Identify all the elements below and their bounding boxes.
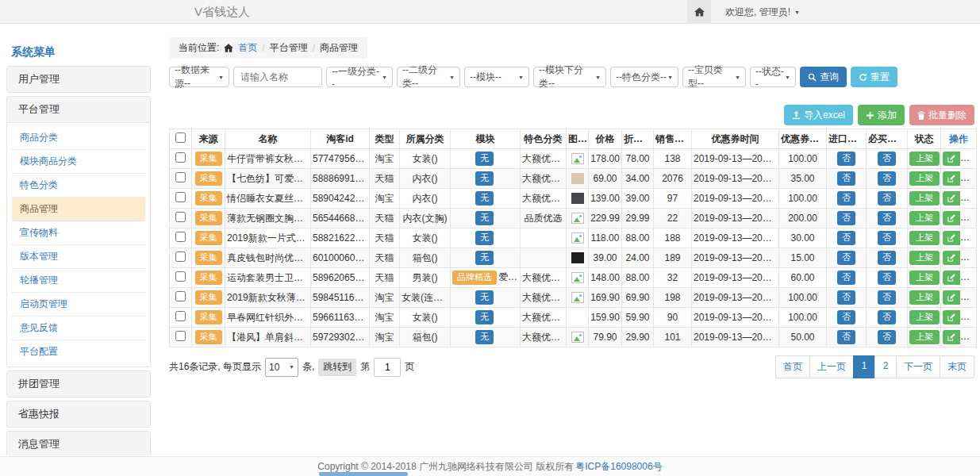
filter-item-type-select[interactable]: --宝贝类型--▼: [682, 67, 746, 87]
filter-level1-category-select[interactable]: --一级分类--▼: [326, 67, 393, 87]
sidebar-group[interactable]: 省惠快报: [6, 401, 151, 428]
filter-data-source-select[interactable]: --数据来源--▼: [169, 67, 229, 87]
sidebar-submenu-item[interactable]: 商品分类: [12, 126, 145, 150]
sidebar-group[interactable]: 消息管理: [6, 431, 151, 455]
sidebar-submenu-item[interactable]: 版本管理: [12, 245, 145, 269]
breadcrumb-home-link[interactable]: 首页: [238, 41, 257, 55]
page-button[interactable]: 2: [874, 355, 897, 378]
must-buy-toggle-badge[interactable]: 否: [878, 290, 896, 304]
filter-level2-category-select[interactable]: --二级分类--▼: [397, 67, 460, 87]
add-button[interactable]: 添加: [858, 105, 905, 125]
row-checkbox[interactable]: [175, 271, 186, 282]
row-checkbox[interactable]: [175, 192, 186, 202]
must-buy-toggle-badge[interactable]: 否: [878, 191, 896, 205]
edit-button[interactable]: [943, 231, 960, 245]
imported-toggle-badge[interactable]: 否: [837, 271, 855, 284]
sidebar-group-label[interactable]: 用户管理: [7, 67, 150, 92]
sidebar-submenu-item[interactable]: 模块商品分类: [12, 150, 145, 174]
sidebar-group[interactable]: 拼团管理: [6, 370, 151, 397]
row-checkbox[interactable]: [175, 311, 186, 321]
row-checkbox[interactable]: [175, 331, 186, 341]
must-buy-toggle-badge[interactable]: 否: [878, 330, 896, 344]
edit-button[interactable]: [943, 171, 960, 186]
edit-button[interactable]: [943, 330, 960, 344]
jump-button[interactable]: 跳转到: [318, 359, 356, 376]
sidebar-group[interactable]: 用户管理: [6, 66, 151, 93]
imported-toggle-badge[interactable]: 否: [837, 231, 855, 244]
status-badge[interactable]: 上架: [909, 152, 940, 165]
home-button[interactable]: [687, 0, 711, 24]
imported-toggle-badge[interactable]: 否: [837, 330, 855, 344]
import-excel-button[interactable]: 导入excel: [784, 105, 853, 125]
status-badge[interactable]: 上架: [909, 290, 940, 304]
filter-status-select[interactable]: --状态--▼: [750, 67, 796, 87]
per-page-select[interactable]: 10 ▼: [265, 358, 298, 377]
sidebar-submenu-item[interactable]: 特色分类: [12, 174, 145, 198]
row-checkbox[interactable]: [175, 232, 186, 242]
page-button[interactable]: 1: [853, 355, 875, 378]
edit-button[interactable]: [943, 271, 960, 285]
sidebar-group-platform-label[interactable]: 平台管理: [7, 97, 150, 123]
imported-toggle-badge[interactable]: 否: [837, 290, 855, 304]
row-checkbox[interactable]: [175, 251, 186, 262]
imported-toggle-badge[interactable]: 否: [837, 310, 855, 324]
row-checkbox[interactable]: [175, 291, 186, 301]
sidebar-group-label[interactable]: 省惠快报: [7, 401, 150, 427]
imported-toggle-badge[interactable]: 否: [837, 211, 855, 225]
sidebar-submenu-item[interactable]: 平台配置: [12, 340, 145, 363]
query-button[interactable]: 查询: [800, 67, 847, 87]
sidebar-group-label[interactable]: 拼团管理: [7, 371, 150, 397]
jump-pre-text: 第: [360, 360, 370, 374]
row-checkbox[interactable]: [175, 152, 186, 163]
sidebar-submenu-item[interactable]: 意见反馈: [12, 317, 145, 340]
must-buy-toggle-badge[interactable]: 否: [878, 211, 896, 225]
status-badge[interactable]: 上架: [909, 231, 940, 244]
must-buy-toggle-badge[interactable]: 否: [878, 152, 896, 165]
status-badge[interactable]: 上架: [909, 191, 940, 205]
status-badge[interactable]: 上架: [909, 171, 940, 185]
must-buy-toggle-badge[interactable]: 否: [878, 310, 896, 324]
name-search-input[interactable]: [233, 67, 322, 87]
sidebar-submenu-item[interactable]: 启动页管理: [12, 293, 145, 317]
filter-feature-category-select[interactable]: --特色分类--▼: [610, 67, 678, 87]
status-badge[interactable]: 上架: [909, 330, 940, 344]
edit-button[interactable]: [943, 251, 960, 265]
icp-link[interactable]: 粤ICP备16098006号: [575, 460, 662, 474]
filter-module-select[interactable]: --模块--▼: [464, 67, 529, 87]
imported-toggle-badge[interactable]: 否: [837, 191, 855, 205]
batch-delete-button[interactable]: 批量删除: [909, 105, 974, 125]
status-badge[interactable]: 上架: [909, 271, 940, 284]
imported-toggle-badge[interactable]: 否: [837, 152, 855, 165]
page-button[interactable]: 下一页: [896, 355, 940, 378]
name-cell: 真皮钱包时尚优雅女士...: [225, 248, 311, 268]
must-buy-toggle-badge[interactable]: 否: [878, 231, 896, 244]
sidebar-submenu-item[interactable]: 宣传物料: [12, 221, 145, 245]
edit-button[interactable]: [943, 310, 960, 324]
page-button[interactable]: 上一页: [809, 355, 854, 378]
must-buy-toggle-badge[interactable]: 否: [878, 271, 896, 284]
horizontal-scrollbar-thumb[interactable]: [319, 472, 408, 476]
page-button[interactable]: 首页: [775, 355, 810, 378]
edit-button[interactable]: [943, 191, 960, 205]
sidebar-submenu-item[interactable]: 轮播管理: [12, 269, 145, 293]
edit-button[interactable]: [943, 152, 960, 166]
edit-button[interactable]: [943, 290, 960, 305]
status-badge[interactable]: 上架: [909, 310, 940, 324]
must-buy-toggle-badge[interactable]: 否: [878, 251, 896, 264]
imported-toggle-badge[interactable]: 否: [837, 251, 855, 264]
jump-page-input[interactable]: [374, 358, 401, 377]
sidebar-submenu-item[interactable]: 商品管理: [12, 198, 145, 221]
select-all-checkbox[interactable]: [175, 132, 186, 143]
row-checkbox[interactable]: [175, 172, 186, 182]
user-menu[interactable]: 欢迎您, 管理员! ▼: [725, 6, 800, 19]
sidebar-group-label[interactable]: 消息管理: [7, 432, 150, 455]
must-buy-toggle-badge[interactable]: 否: [878, 171, 896, 185]
status-badge[interactable]: 上架: [909, 251, 940, 264]
row-checkbox[interactable]: [175, 212, 186, 222]
status-badge[interactable]: 上架: [909, 211, 940, 225]
filter-module-sub-select[interactable]: --模块下分类--▼: [533, 67, 606, 87]
imported-toggle-badge[interactable]: 否: [837, 171, 855, 185]
edit-button[interactable]: [943, 211, 960, 225]
page-button[interactable]: 末页: [940, 355, 974, 378]
reset-button[interactable]: 重置: [851, 67, 897, 87]
